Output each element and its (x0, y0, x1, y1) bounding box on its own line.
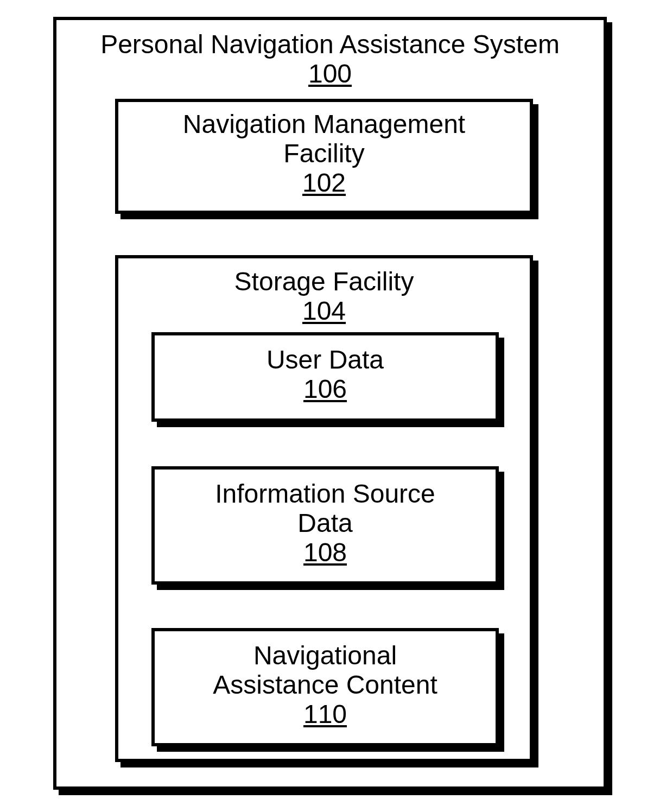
navmgmt-title-line1: Navigation Management (183, 110, 465, 139)
navmgmt-label: Navigation Management Facility 102 (118, 110, 530, 197)
outer-number: 100 (308, 59, 352, 88)
diagram-canvas: Personal Navigation Assistance System 10… (0, 0, 666, 812)
navmgmt-box: Navigation Management Facility 102 (115, 99, 533, 214)
userdata-number: 106 (303, 375, 347, 404)
infosource-label: Information Source Data 108 (155, 479, 496, 567)
navassist-box: Navigational Assistance Content 110 (151, 628, 499, 746)
infosource-box: Information Source Data 108 (151, 466, 499, 585)
navassist-number: 110 (303, 700, 347, 729)
userdata-label: User Data 106 (155, 345, 496, 404)
navassist-label: Navigational Assistance Content 110 (155, 641, 496, 728)
storage-number: 104 (302, 296, 346, 326)
infosource-title-line2: Data (297, 509, 352, 538)
navassist-title-line2: Assistance Content (213, 670, 437, 700)
navmgmt-number: 102 (302, 168, 346, 198)
infosource-number: 108 (303, 538, 347, 567)
infosource-title-line1: Information Source (215, 479, 435, 509)
storage-label: Storage Facility 104 (118, 267, 530, 326)
userdata-title: User Data (267, 345, 384, 375)
outer-box-label: Personal Navigation Assistance System 10… (56, 30, 604, 88)
navmgmt-title-line2: Facility (283, 139, 364, 168)
storage-title: Storage Facility (234, 267, 414, 296)
userdata-box: User Data 106 (151, 332, 499, 422)
navassist-title-line1: Navigational (253, 641, 397, 670)
outer-title: Personal Navigation Assistance System (100, 30, 560, 59)
